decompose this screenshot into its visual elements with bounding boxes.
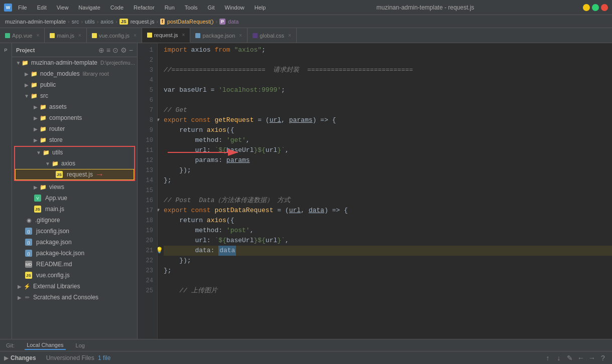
token-data-val: data — [218, 246, 236, 256]
tree-item-jsconfig[interactable]: {} jsconfig.json — [12, 226, 137, 237]
down-button[interactable]: ↓ — [554, 353, 564, 363]
tree-item-scratches[interactable]: ▶ ✏ Scratches and Consoles — [12, 292, 137, 303]
bottom-tab-log[interactable]: Log — [74, 341, 87, 349]
tree-item-readme[interactable]: MD README.md — [12, 259, 137, 270]
tree-item-main-js[interactable]: JS main.js — [12, 204, 137, 215]
token-url1: url — [270, 115, 281, 125]
tree-item-vue-config[interactable]: JS vue.config.js — [12, 270, 137, 281]
tree-item-components[interactable]: ▶ 📁 components — [12, 112, 137, 123]
menu-navigate[interactable]: Navigate — [76, 4, 102, 12]
tree-item-root[interactable]: ▼ 📁 muzinan-admin-template D:\project\mu… — [12, 57, 137, 68]
breadcrumb-sep5: › — [156, 19, 158, 25]
token-params1: params — [289, 115, 313, 125]
json-jsconfig-icon: {} — [25, 228, 32, 235]
bottom-action-buttons: ↑ ↓ ✎ ← → ? — [543, 353, 608, 363]
tab-package-json-close[interactable]: × — [239, 33, 242, 38]
help-button[interactable]: ? — [598, 353, 608, 363]
tree-item-node-modules[interactable]: ▶ 📁 node_modules library root — [12, 68, 137, 79]
bottom-panel: Git: Local Changes Log ▶ Changes Unversi… — [0, 339, 612, 364]
tree-item-package-json[interactable]: {} package.json — [12, 237, 137, 248]
sidebar-collapse-btn[interactable]: ≡ — [106, 46, 110, 54]
tree-item-request-js[interactable]: JS request.js → — [15, 169, 134, 180]
up-button[interactable]: ↑ — [543, 353, 553, 363]
breadcrumb-func: postDataRequest() — [167, 19, 213, 25]
changes-section-arrow[interactable]: ▶ — [4, 354, 9, 361]
back-button[interactable]: ← — [576, 353, 586, 363]
edit-button[interactable]: ✎ — [565, 353, 575, 363]
menu-tools[interactable]: Tools — [183, 4, 200, 12]
token-comma3: , — [285, 145, 289, 155]
sidebar-close-btn[interactable]: − — [129, 46, 133, 54]
tree-item-assets[interactable]: ▶ 📁 assets — [12, 101, 137, 112]
tree-item-router[interactable]: ▶ 📁 router — [12, 123, 137, 134]
sidebar-expand-btn[interactable]: ⊕ — [98, 46, 104, 54]
tree-item-store[interactable]: ▶ 📁 store — [12, 134, 137, 145]
token-open1: ({ — [226, 125, 234, 135]
tree-item-src[interactable]: ▼ 📁 src — [12, 90, 137, 101]
tab-vue-config-close[interactable]: × — [134, 33, 137, 38]
tree-item-views[interactable]: ▶ 📁 views — [12, 181, 137, 193]
tree-item-app-vue[interactable]: V App.vue — [12, 193, 137, 204]
token-return2: return — [164, 216, 207, 226]
menu-git[interactable]: Git — [206, 4, 217, 12]
token-comma4: , — [301, 206, 309, 216]
fold-icon-17[interactable]: ▼ — [158, 206, 160, 216]
project-tool-btn[interactable]: P — [1, 45, 11, 55]
tree-item-public[interactable]: ▶ 📁 public — [12, 79, 137, 90]
menu-code[interactable]: Code — [108, 4, 126, 12]
minimize-button[interactable] — [583, 4, 590, 11]
tab-app-vue[interactable]: App.vue × — [0, 28, 45, 43]
tab-vue-config[interactable]: vue.config.js × — [87, 28, 142, 43]
menu-help[interactable]: Help — [253, 4, 268, 12]
tree-item-external-libs[interactable]: ▶ ⚡ External Libraries — [12, 281, 137, 292]
tab-main-js[interactable]: main.js × — [45, 28, 87, 43]
forward-button[interactable]: → — [587, 353, 597, 363]
line-num-22: 22 — [138, 256, 153, 266]
code-editor: 1 2 3 4 5 6 7 8 9 10 11 12 13 14 15 16 1… — [138, 43, 612, 339]
tab-request-js[interactable]: request.js × — [142, 28, 191, 43]
token-semi2: ; — [281, 85, 285, 95]
maximize-button[interactable] — [592, 4, 599, 11]
sidebar-settings-btn[interactable]: ⚙ — [120, 46, 127, 54]
tab-request-js-label: request.js — [154, 32, 178, 38]
tree-item-package-lock[interactable]: {} package-lock.json — [12, 248, 137, 259]
tree-label-src: src — [40, 92, 48, 99]
code-line-21: 💡 data: data — [164, 246, 612, 256]
code-panel[interactable]: import axios from "axios" ; //==========… — [158, 43, 612, 339]
tab-global-css[interactable]: global.css × — [248, 28, 297, 43]
menu-file[interactable]: File — [16, 4, 29, 12]
token-return1: return — [164, 125, 207, 135]
token-baseurl2: baseUrl — [226, 236, 254, 246]
menu-view[interactable]: View — [55, 4, 71, 12]
menu-refactor[interactable]: Refactor — [132, 4, 157, 12]
tab-global-css-close[interactable]: × — [288, 33, 291, 38]
gitignore-icon: ◉ — [25, 216, 33, 224]
menu-run[interactable]: Run — [163, 4, 177, 12]
arrow-src: ▼ — [23, 93, 30, 99]
tab-main-js-close[interactable]: × — [78, 33, 81, 38]
tab-request-js-close[interactable]: × — [182, 32, 185, 38]
unversioned-files-item[interactable]: Unversioned Files 1 file — [46, 354, 111, 361]
tree-label-router: router — [49, 125, 65, 132]
token-tpl-start1: `${ — [214, 145, 226, 155]
line-num-4: 4 — [138, 75, 153, 85]
arrow-components: ▶ — [32, 115, 39, 121]
token-export2: export const — [164, 206, 214, 216]
tree-item-axios[interactable]: ▼ 📁 axios — [15, 158, 134, 169]
line-num-9: 9 — [138, 125, 153, 135]
fold-icon-8[interactable]: ▼ — [158, 115, 160, 125]
tree-item-gitignore[interactable]: ◉ .gitignore — [12, 215, 137, 226]
tab-app-vue-close[interactable]: × — [36, 33, 39, 38]
token-data-param: data — [309, 206, 324, 216]
tab-package-json[interactable]: package.json × — [190, 28, 248, 43]
arrow-public: ▶ — [23, 82, 30, 88]
menu-edit[interactable]: Edit — [35, 4, 49, 12]
code-line-1: import axios from "axios" ; — [164, 45, 612, 55]
close-button[interactable] — [601, 4, 608, 11]
tree-item-utils[interactable]: ▼ 📁 utils — [15, 147, 134, 158]
menu-window[interactable]: Window — [223, 4, 247, 12]
sidebar-scroll-btn[interactable]: ⊙ — [112, 46, 118, 54]
bottom-tab-local-changes[interactable]: Local Changes — [25, 341, 65, 350]
bulb-icon[interactable]: 💡 — [158, 246, 163, 256]
arrow-node-modules: ▶ — [23, 71, 30, 77]
